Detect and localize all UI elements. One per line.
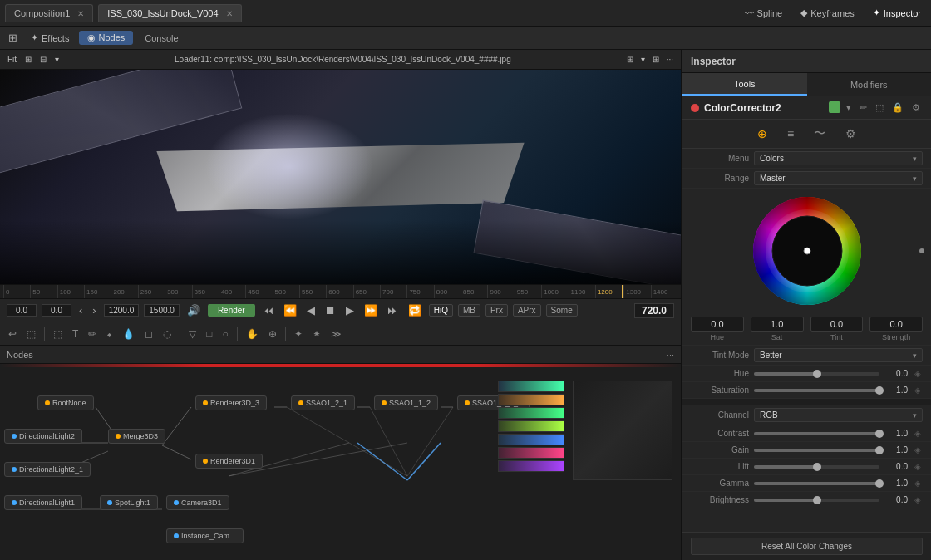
menu-select[interactable]: Colors ▾ [754,151,923,165]
hiq-btn[interactable]: HiQ [429,304,453,317]
gamma-value[interactable]: 1.0 [884,479,908,488]
media-btn[interactable]: ⊞ [5,30,21,46]
node-camera3d1[interactable]: Camera3D1 [166,495,229,510]
hue-value[interactable]: 0.0 [691,317,744,332]
tab-close-iss[interactable]: ✕ [226,9,233,18]
node-copy-icon[interactable]: ⬚ [873,101,886,114]
node-renderer3d3[interactable]: Renderer3D_3 [195,395,267,410]
effect-icon[interactable]: ✦ [291,327,306,341]
more-btn[interactable]: ··· [664,54,676,65]
rewind-btn[interactable]: ⏪ [281,303,299,317]
sat-reset-btn[interactable]: ◈ [913,386,923,395]
contrast-value[interactable]: 1.0 [884,429,908,438]
hue-slider-value[interactable]: 0.0 [884,369,908,378]
fast-fwd-btn[interactable]: ⏩ [362,303,380,317]
reset-all-btn[interactable]: Reset All Color Changes [691,538,923,555]
inspector-btn[interactable]: ✦ Inspector [868,6,926,20]
skip-end-btn[interactable]: ⏭ [385,303,401,317]
nodes-btn[interactable]: ◉ Nodes [79,31,133,45]
play-btn[interactable]: ▶ [343,303,357,317]
audio-btn[interactable]: 🔊 [185,303,203,317]
stop-btn[interactable]: ⏹ [323,303,338,317]
view-icon2[interactable]: ⊟ [37,54,49,65]
node-lock-icon[interactable]: 🔒 [889,101,906,114]
node-settings-icon[interactable]: ⚙ [909,101,923,114]
more-tool-icon[interactable]: ≫ [328,327,345,341]
gain-value[interactable]: 1.0 [884,445,908,454]
node-merge3d3[interactable]: Merge3D3 [108,429,165,444]
eraser-icon[interactable]: ◻ [141,327,156,341]
aprx-btn[interactable]: APrx [513,304,541,317]
tint-value[interactable]: 0.0 [810,317,864,332]
wheel-reset-dot[interactable] [919,248,924,253]
timeline-bar[interactable]: 0 50 100 150 200 250 300 350 400 450 500… [0,284,681,299]
console-btn[interactable]: Console [138,32,185,45]
rect-icon[interactable]: □ [203,327,215,341]
time-end2[interactable]: 1500.0 [144,304,180,317]
tab-tools[interactable]: Tools [682,73,807,96]
channel-btn[interactable]: ⊞ [624,54,636,65]
view-dropdown[interactable]: ▾ [52,54,62,65]
select-icon[interactable]: ⬚ [50,327,66,341]
contrast-reset-btn[interactable]: ◈ [913,429,923,438]
undo-icon[interactable]: ↩ [5,327,20,341]
lift-value[interactable]: 0.0 [884,462,908,471]
node-color-indicator[interactable] [829,101,840,113]
sub-icon-bars[interactable]: ≡ [784,125,797,142]
blur-icon[interactable]: ◌ [160,327,175,341]
redo-icon[interactable]: ⬚ [23,327,39,341]
sat-slider-track[interactable] [754,389,879,392]
text-icon[interactable]: T [69,327,81,341]
nodes-canvas[interactable]: RootNode Merge3D3 Renderer3D_3 SSAO1_2_1… [0,364,681,560]
poly-icon[interactable]: ▽ [185,327,200,341]
time-current[interactable]: 0.0 [42,304,71,317]
hue-slider-track[interactable] [754,372,879,376]
hand-icon[interactable]: ✋ [243,327,262,341]
hue-reset-btn[interactable]: ◈ [913,369,923,378]
node-dropdown-icon[interactable]: ▾ [844,101,854,114]
node-dirlight2[interactable]: DirectionalLight2 [4,429,82,444]
lift-slider-track[interactable] [754,465,879,469]
time-end1[interactable]: 1200.0 [104,304,140,317]
channel-select[interactable]: RGB ▾ [754,408,923,422]
mb-btn[interactable]: MB [458,304,480,317]
tab-modifiers[interactable]: Modifiers [807,73,932,96]
tab-close-comp1[interactable]: ✕ [77,9,84,18]
nodes-menu-btn[interactable]: ··· [667,350,674,360]
brightness-reset-btn[interactable]: ◈ [913,495,923,504]
node-edit-icon[interactable]: ✏ [857,101,869,114]
paint-icon[interactable]: ✏ [85,327,100,341]
fit-label[interactable]: Fit [5,54,19,65]
sub-icon-curve[interactable]: 〜 [810,125,829,143]
next-frame-btn[interactable]: › [90,303,98,317]
step-back-btn[interactable]: ◀ [304,303,318,317]
gamma-reset-btn[interactable]: ◈ [913,479,923,488]
brightness-value[interactable]: 0.0 [884,495,908,504]
node-renderer3d1[interactable]: Renderer3D1 [195,454,263,469]
brightness-slider-track[interactable] [754,499,879,502]
circle-icon[interactable]: ○ [219,327,232,341]
time-start[interactable]: 0.0 [7,304,37,317]
channel-dropdown[interactable]: ▾ [638,54,648,65]
frame-display[interactable]: 720.0 [634,303,674,318]
node-instancecam[interactable]: Instance_Cam... [166,528,244,543]
node-rootnode[interactable]: RootNode [37,395,94,410]
node-ssao112[interactable]: SSAO1_1_2 [374,395,438,410]
tintmode-select[interactable]: Better ▾ [754,348,923,362]
view-icon[interactable]: ⊞ [22,54,34,65]
range-select[interactable]: Master ▾ [754,171,923,185]
effects-btn[interactable]: ✦ Effects [26,31,74,45]
clone-icon[interactable]: ⬥ [103,327,116,341]
color-wheel-container[interactable] [682,189,931,313]
prx-btn[interactable]: Prx [485,304,508,317]
gain-slider-track[interactable] [754,449,879,452]
some-btn[interactable]: Some [546,304,578,317]
color-wheel[interactable] [753,197,861,305]
gamma-slider-track[interactable] [754,482,879,485]
tab-composition1[interactable]: Composition1 ✕ [5,4,93,22]
node-dirlight2-1[interactable]: DirectionalLight2_1 [4,462,91,477]
contrast-slider-track[interactable] [754,432,879,435]
gain-reset-btn[interactable]: ◈ [913,445,923,454]
sat-slider-value[interactable]: 1.0 [884,386,908,395]
sub-icon-gear[interactable]: ⚙ [842,125,860,142]
